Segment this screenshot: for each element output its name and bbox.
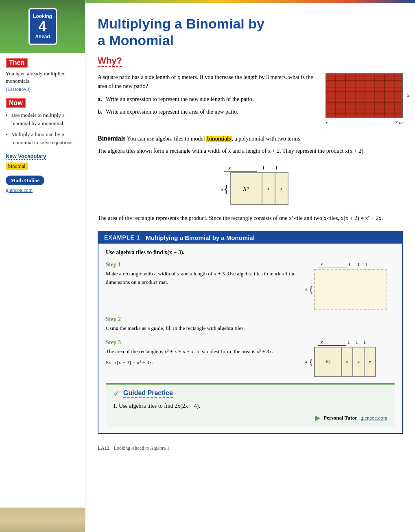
guided-practice-section: ✓ Guided Practice 1. Use algebra tiles t… (106, 383, 395, 427)
looking-ahead-icon: Looking 4 Ahead (28, 8, 57, 45)
vocab-word: binomal (6, 163, 28, 170)
tiles-top-labels: x 1 1 (224, 165, 283, 171)
guided-practice-footer: ▶ Personal Tutor glencoe.com (113, 414, 387, 422)
why-b: b. Write an expression to represent the … (98, 108, 313, 116)
patio-bottom-labels: x 3 m (325, 119, 403, 126)
patio-image-wrapper: x x 3 m (321, 73, 403, 126)
footer-text: Looking Ahead to Algebra 1 (114, 445, 170, 451)
step1-image-col: x 1 1 1 x { (305, 262, 395, 310)
tile-x2: x2 (230, 172, 262, 205)
now-item-2: Multiply a binomial by a monomial to sol… (6, 130, 79, 146)
step3-content-1: The area of the rectangle is x² + x + x … (106, 347, 298, 356)
tiles-diagram: x 1 1 x { x2 x x (98, 164, 403, 206)
step3-image-col: x 1 1 1 x { x2 x x (305, 339, 395, 377)
step2-row: Step 2 Using the marks as a guide, fill … (106, 316, 395, 333)
sidebar-content: Then You have already multiplied monomia… (0, 53, 85, 198)
step2-text: Step 2 Using the marks as a guide, fill … (106, 316, 298, 333)
page-title: Multiplying a Binomial by a Monomial (98, 15, 403, 49)
tile-x-1: x (262, 172, 275, 205)
why-a: a. Write an expression to represent the … (98, 95, 313, 103)
top-stripe (85, 0, 415, 3)
looking-number: 4 (38, 19, 46, 34)
step3-tile-x2: x2 (314, 347, 342, 377)
patio-x-label: x (407, 92, 409, 99)
personal-tutor-link[interactable]: glencoe.com (360, 415, 387, 421)
guided-practice-item-1: 1. Use algebra tiles to find 2x(2x + 4). (113, 402, 387, 411)
example-instruction: Use algebra tiles to find x(x + 3). (106, 249, 395, 256)
step3-tile-x3: x (365, 347, 376, 377)
step1-empty-mat (314, 269, 387, 310)
why-list: a. Write an expression to represent the … (98, 95, 313, 116)
step3-tile-x2-b: x (353, 347, 365, 377)
example-title: Multiplying a Binomial by a Monomial (146, 234, 255, 241)
step3-content-2: So, x(x + 3) = x² + 3x. (106, 358, 298, 367)
tiles-container: x 1 1 x { x2 x x (212, 165, 288, 206)
tile-x-2: x (275, 172, 288, 205)
why-text-col: A square patio has a side length of x me… (98, 73, 313, 126)
step1-label: Step 1 (106, 262, 298, 268)
guided-practice-title: Guided Practice (123, 389, 173, 398)
step1-text: Step 1 Make a rectangle with a width of … (106, 262, 298, 287)
example-box: EXAMPLE 1 Multiplying a Binomial by a Mo… (98, 231, 403, 434)
why-intro: A square patio has a side length of x me… (98, 73, 313, 91)
main-content: Multiplying a Binomial by a Monomial Why… (85, 0, 415, 532)
then-label: Then (6, 58, 28, 68)
footer-page: LA12 (98, 445, 109, 451)
step1-content: Make a rectangle with a width of x and a… (106, 270, 298, 287)
step2-label: Step 2 (106, 316, 298, 323)
binomials-highlight: binomials (206, 136, 232, 142)
tiles-intro: The algebra tiles shown form a rectangle… (98, 147, 403, 156)
looking-bottom-text: Ahead (35, 34, 50, 40)
step2-content: Using the marks as a guide, fill in the … (106, 324, 298, 333)
math-online-box[interactable]: Math Online (6, 176, 44, 185)
page-footer: LA12 Looking Ahead to Algebra 1 (98, 442, 403, 451)
binomials-text: You can use algebra tiles to model (127, 136, 205, 142)
now-item-1: Use models to multiply a binomial by a m… (6, 111, 79, 127)
sidebar-banner: Looking 4 Ahead (0, 0, 85, 53)
personal-tutor-label: Personal Tutor (323, 415, 357, 421)
vocab-label: New Vocabulary (6, 153, 46, 160)
example-header: EXAMPLE 1 Multiplying a Binomial by a Mo… (98, 232, 402, 244)
step3-label: Step 3 (106, 339, 298, 346)
lesson-ref: (Lesson 9-3) (6, 86, 79, 92)
check-icon: ✓ (113, 389, 120, 398)
area-text: The area of the rectangle represents the… (98, 214, 403, 223)
example-label: EXAMPLE 1 (104, 234, 140, 241)
example-body: Use algebra tiles to find x(x + 3). Step… (98, 244, 402, 433)
step3-text: Step 3 The area of the rectangle is x² +… (106, 339, 298, 367)
why-section: A square patio has a side length of x me… (98, 73, 403, 126)
step1-row: Step 1 Make a rectangle with a width of … (106, 262, 395, 310)
now-label: Now (6, 98, 26, 108)
sidebar: Looking 4 Ahead Then You have already mu… (0, 0, 85, 532)
tiles-main-row: x { x2 x x (212, 172, 288, 206)
why-label: Why? (98, 55, 122, 67)
personal-tutor-icon: ▶ (315, 414, 320, 422)
patio-brick-image: x (325, 73, 403, 118)
now-list: Use models to multiply a binomial by a m… (6, 111, 79, 146)
step3-tile-x1: x (342, 347, 353, 377)
binomials-lead: Binomials (98, 135, 125, 142)
guided-practice-header: ✓ Guided Practice (113, 389, 387, 398)
sidebar-bottom-deco (0, 508, 85, 532)
binomials-rest: , a polynomial with two terms. (232, 136, 301, 142)
then-text: You have already multiplied monomials. (6, 70, 79, 85)
binomials-section: Binomials You can use algebra tiles to m… (98, 133, 403, 156)
glencoe-link[interactable]: glencoe.com (6, 187, 79, 193)
step3-row: Step 3 The area of the rectangle is x² +… (106, 339, 395, 377)
